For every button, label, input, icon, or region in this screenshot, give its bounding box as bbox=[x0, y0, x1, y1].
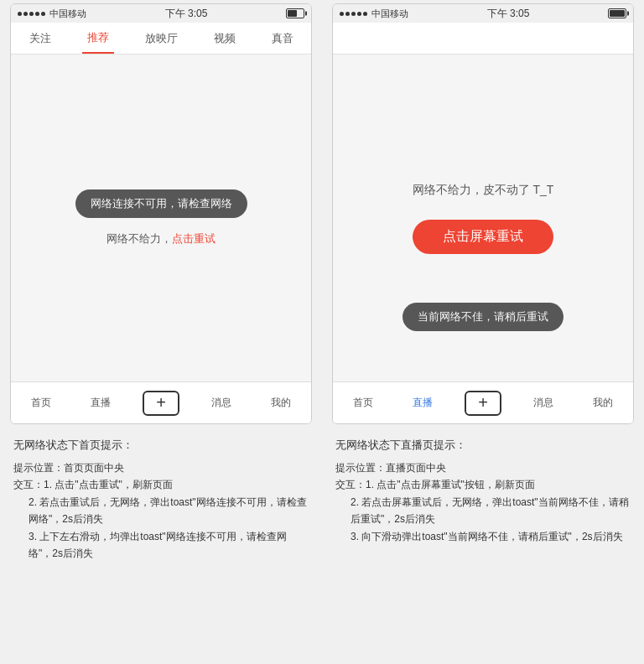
left-battery bbox=[286, 8, 304, 18]
right-battery-icon bbox=[608, 8, 626, 18]
right-network-msg: 网络不给力，皮不动了 T_T bbox=[413, 183, 554, 198]
right-desc-line-1: 提示位置：直播页面中央 bbox=[335, 459, 631, 476]
left-time: 下午 3:05 bbox=[165, 7, 208, 21]
right-bottom-me[interactable]: 我的 bbox=[573, 396, 633, 410]
left-error-text: 网络不给力，点击重试 bbox=[106, 231, 216, 246]
right-signal-dot-4 bbox=[357, 12, 361, 16]
left-retry-link[interactable]: 点击重试 bbox=[172, 232, 216, 245]
left-desc-line-4: 3. 上下左右滑动，均弹出toast"网络连接不可用，请检查网络"，2s后消失 bbox=[13, 528, 309, 563]
right-bottom-me-label: 我的 bbox=[593, 396, 613, 410]
right-desc-line-3: 2. 若点击屏幕重试后，无网络，弹出toast"当前网络不佳，请稍后重试"，2s… bbox=[335, 494, 631, 528]
right-bottom-plus-btn[interactable]: + bbox=[465, 391, 501, 416]
left-nav-top: 关注 推荐 放映厅 视频 真音 bbox=[11, 23, 311, 54]
right-center-content: 网络不给力，皮不动了 T_T 点击屏幕重试 bbox=[413, 183, 554, 254]
left-bottom-me-label: 我的 bbox=[271, 396, 291, 410]
left-bottom-live-label: 直播 bbox=[91, 396, 111, 410]
right-bottom-live-label: 直播 bbox=[413, 396, 433, 410]
left-desc-line-2: 交互：1. 点击"点击重试"，刷新页面 bbox=[13, 476, 309, 493]
left-bottom-msg-label: 消息 bbox=[211, 396, 231, 410]
left-bottom-home[interactable]: 首页 bbox=[11, 396, 71, 410]
right-bottom-home-label: 首页 bbox=[353, 396, 373, 410]
right-signal-dot-1 bbox=[340, 12, 344, 16]
right-desc-title: 无网络状态下直播页提示： bbox=[335, 436, 631, 454]
left-bottom-plus-wrapper: + bbox=[131, 391, 191, 416]
left-bottom-home-label: 首页 bbox=[31, 396, 51, 410]
signal-dot-1 bbox=[18, 12, 22, 16]
right-bottom-nav: 首页 直播 + 消息 我的 bbox=[333, 381, 633, 423]
left-nav-zhenyin[interactable]: 真音 bbox=[267, 23, 299, 54]
left-status-left: 中国移动 bbox=[18, 8, 86, 20]
signal-dot-5 bbox=[41, 12, 45, 16]
left-phone-frame: 中国移动 下午 3:05 关注 推荐 放映厅 视频 真音 bbox=[10, 3, 312, 424]
right-phone-content[interactable]: 网络不给力，皮不动了 T_T 点击屏幕重试 当前网络不佳，请稍后重试 bbox=[333, 54, 633, 381]
right-phone-frame: 中国移动 下午 3:05 网络不给力，皮不动了 T_T 点击屏幕重试 当前网络不… bbox=[332, 3, 634, 424]
left-battery-fill bbox=[288, 10, 297, 17]
right-signal-dot-3 bbox=[351, 12, 356, 16]
left-desc-area: 无网络状态下首页提示： 提示位置：首页页面中央 交互：1. 点击"点击重试"，刷… bbox=[0, 428, 322, 570]
left-nav-cinema[interactable]: 放映厅 bbox=[140, 23, 183, 54]
right-bottom-live[interactable]: 直播 bbox=[393, 396, 454, 410]
left-desc-line-1: 提示位置：首页页面中央 bbox=[13, 459, 309, 476]
right-battery bbox=[608, 8, 626, 18]
left-desc-line-3: 2. 若点击重试后，无网络，弹出toast"网络连接不可用，请检查网络"，2s后… bbox=[13, 494, 309, 528]
signal-dot-3 bbox=[29, 12, 34, 16]
left-phone-content: 网络连接不可用，请检查网络 网络不给力，点击重试 bbox=[11, 54, 311, 381]
left-center-content: 网络连接不可用，请检查网络 网络不给力，点击重试 bbox=[75, 189, 247, 246]
right-status-bar: 中国移动 下午 3:05 bbox=[333, 4, 633, 23]
left-status-bar: 中国移动 下午 3:05 bbox=[11, 4, 311, 23]
left-nav-recommend[interactable]: 推荐 bbox=[82, 23, 114, 54]
left-signal-dots bbox=[18, 12, 45, 16]
signal-dot-4 bbox=[35, 12, 39, 16]
right-bottom-msg[interactable]: 消息 bbox=[513, 396, 574, 410]
right-bottom-msg-label: 消息 bbox=[533, 396, 553, 410]
left-bottom-me[interactable]: 我的 bbox=[251, 396, 311, 410]
left-bottom-nav: 首页 直播 + 消息 我的 bbox=[11, 381, 311, 423]
right-signal-dot-5 bbox=[363, 12, 367, 16]
left-nav-follow[interactable]: 关注 bbox=[24, 23, 56, 54]
right-battery-fill bbox=[610, 10, 625, 17]
right-desc-area: 无网络状态下直播页提示： 提示位置：直播页面中央 交互：1. 点击"点击屏幕重试… bbox=[322, 428, 644, 553]
right-time: 下午 3:05 bbox=[487, 7, 530, 21]
left-nav-video[interactable]: 视频 bbox=[209, 23, 241, 54]
left-battery-icon bbox=[286, 8, 304, 18]
right-retry-btn[interactable]: 点击屏幕重试 bbox=[413, 220, 553, 254]
right-status-left: 中国移动 bbox=[340, 8, 408, 20]
right-signal-dots bbox=[340, 12, 367, 16]
right-phone-container: 中国移动 下午 3:05 网络不给力，皮不动了 T_T 点击屏幕重试 当前网络不… bbox=[322, 0, 644, 570]
right-bottom-home[interactable]: 首页 bbox=[333, 396, 393, 410]
signal-dot-2 bbox=[23, 12, 28, 16]
right-carrier: 中国移动 bbox=[371, 8, 408, 20]
left-carrier: 中国移动 bbox=[49, 8, 86, 20]
right-toast-bottom: 当前网络不佳，请稍后重试 bbox=[402, 303, 564, 331]
right-bottom-plus-wrapper: + bbox=[453, 391, 513, 416]
right-nav-placeholder bbox=[333, 23, 633, 54]
right-signal-dot-2 bbox=[345, 12, 350, 16]
left-bottom-plus-btn[interactable]: + bbox=[143, 391, 179, 416]
left-phone-container: 中国移动 下午 3:05 关注 推荐 放映厅 视频 真音 bbox=[0, 0, 322, 570]
right-desc-line-4: 3. 向下滑动弹出toast"当前网络不佳，请稍后重试"，2s后消失 bbox=[335, 528, 631, 545]
right-desc-line-2: 交互：1. 点击"点击屏幕重试"按钮，刷新页面 bbox=[335, 476, 631, 493]
left-bottom-live[interactable]: 直播 bbox=[71, 396, 132, 410]
left-desc-title: 无网络状态下首页提示： bbox=[13, 436, 309, 454]
left-subtext: 网络不给力， bbox=[106, 232, 172, 245]
left-bottom-msg[interactable]: 消息 bbox=[191, 396, 252, 410]
left-toast-msg: 网络连接不可用，请检查网络 bbox=[75, 189, 247, 218]
